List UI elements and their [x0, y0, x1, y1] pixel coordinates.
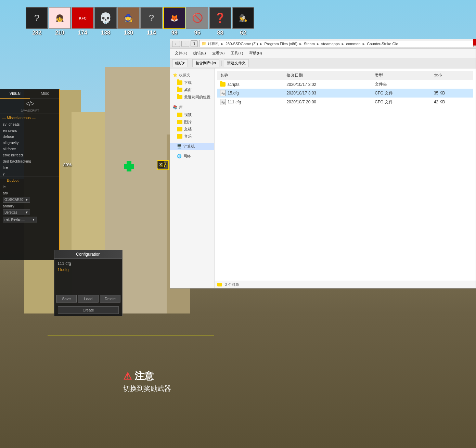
path-drive[interactable]: 230-SSDGame (Z:) — [226, 42, 258, 46]
folder-icon-scripts — [220, 82, 226, 87]
library-icon-music — [177, 134, 182, 139]
organize-button[interactable]: 组织▾ — [172, 59, 188, 67]
hud-player-2: 👧 210 — [49, 7, 71, 36]
config-item-15cfg[interactable]: 15.cfg — [56, 267, 120, 273]
ary-label: ary — [3, 191, 8, 195]
item-y[interactable]: y — [0, 170, 60, 177]
oll-gravity-label: oll gravity — [3, 141, 18, 145]
explorer-sidebar: ⭐ 收藏夹 下载 桌面 最近访问的位置 📚 — [170, 68, 215, 288]
menu-view[interactable]: 查看(V) — [209, 50, 228, 57]
file-name-cell: cfg 111.cfg — [217, 98, 284, 106]
item-sv-cheats[interactable]: sv_cheats — [0, 121, 60, 127]
item-defuse[interactable]: defuse — [0, 133, 60, 140]
path-program-files[interactable]: Program Files (x86) — [265, 42, 298, 46]
hud-player-9: ❓ 88 — [209, 7, 231, 36]
table-row[interactable]: cfg 15.cfg 2020/10/17 3:03 CFG 文件 35 KB — [217, 89, 473, 98]
path-computer[interactable]: 计算机 — [208, 41, 219, 46]
sidebar-item-computer[interactable]: 🖥️ 计算机 — [170, 143, 214, 150]
hud-avatar-6: ? — [140, 7, 163, 29]
111cfg-date: 2020/10/7 20:00 — [284, 98, 372, 106]
menu-edit[interactable]: 编辑(E) — [191, 50, 209, 57]
hud-score-8: 95 — [194, 30, 201, 36]
andary-label: andary — [3, 204, 14, 208]
library-icon-videos — [177, 113, 182, 117]
dropdown-g1-scar20-value: G1/SCAR20 — [4, 198, 23, 202]
item-en-cvars[interactable]: en cvars — [0, 127, 60, 133]
col-type[interactable]: 类型 — [372, 71, 431, 80]
15cfg-filename: 15.cfg — [228, 91, 239, 95]
dropdown-andary[interactable]: andary — [0, 203, 60, 209]
sidebar-item-downloads[interactable]: 下载 — [170, 79, 214, 86]
red-close-button[interactable] — [473, 39, 476, 46]
code-icon: </> — [0, 99, 60, 109]
path-steamapps[interactable]: steamapps — [321, 42, 340, 46]
15cfg-size: 35 KB — [431, 89, 473, 98]
toolbar-divider-2 — [221, 61, 222, 66]
sidebar-item-recent[interactable]: 最近访问的位置 — [170, 93, 214, 101]
favorites-star-icon: ⭐ — [173, 73, 178, 77]
menu-tools[interactable]: 工具(T) — [228, 50, 246, 57]
create-button[interactable]: Create — [58, 306, 119, 314]
table-row[interactable]: scripts 2020/10/17 3:02 文件夹 — [217, 80, 473, 89]
sidebar-item-videos[interactable]: 视频 — [170, 111, 214, 118]
library-icon-header: 📚 — [173, 105, 178, 110]
defuse-label: defuse — [3, 135, 14, 139]
file-name-row: cfg 15.cfg — [220, 90, 281, 96]
tab-misc[interactable]: Misc — [30, 89, 60, 99]
dropdown-berettas[interactable]: Berettas ▼ — [0, 209, 60, 216]
item-ded-backtracking[interactable]: ded backtracking — [0, 158, 60, 164]
dropdown-berettas-box[interactable]: Berettas ▼ — [3, 209, 30, 215]
col-size[interactable]: 大小 — [431, 71, 473, 80]
item-le[interactable]: le — [0, 184, 60, 190]
dropdown-kevlar-box[interactable]: net, Kevlar, ... ▼ — [3, 217, 37, 222]
hud-player-10: 🕵️ 62 — [232, 7, 254, 36]
hud-score-6: 114 — [147, 30, 156, 36]
item-fire[interactable]: fire — [0, 164, 60, 170]
load-button[interactable]: Load — [78, 295, 99, 303]
dropdown-kevlar[interactable]: net, Kevlar, ... ▼ — [0, 216, 60, 223]
en-cvars-label: en cvars — [3, 128, 17, 132]
delete-button[interactable]: Delete — [100, 295, 120, 303]
menu-file[interactable]: 文件(F) — [172, 50, 190, 57]
add-to-library-button[interactable]: 包含到库中▾ — [192, 59, 219, 67]
file-name-cell: scripts — [217, 80, 284, 89]
111cfg-filename: 111.cfg — [228, 100, 241, 104]
file-table-header-row: 名称 修改日期 类型 大小 — [217, 71, 473, 80]
sidebar-item-music[interactable]: 音乐 — [170, 133, 214, 140]
col-date[interactable]: 修改日期 — [284, 71, 372, 80]
nav-forward-button[interactable]: → — [181, 41, 189, 47]
item-ary[interactable]: ary — [0, 190, 60, 196]
nav-back-button[interactable]: ← — [172, 41, 180, 47]
item-oll-force[interactable]: oll force — [0, 146, 60, 152]
item-erve-killfeed[interactable]: erve killfeed — [0, 152, 60, 158]
explorer-toolbar: 组织▾ 包含到库中▾ 新建文件夹 — [170, 58, 476, 68]
path-steam[interactable]: Steam — [304, 42, 315, 46]
sidebar-item-desktop[interactable]: 桌面 — [170, 86, 214, 93]
dropdown-g1-scar20[interactable]: G1/SCAR20 ▼ — [0, 196, 60, 203]
path-common[interactable]: common — [346, 42, 360, 46]
path-csglo[interactable]: Counter-Strike Glo — [367, 42, 398, 46]
hud-avatar-2: 👧 — [49, 7, 71, 29]
new-folder-button[interactable]: 新建文件夹 — [224, 59, 249, 67]
cfg-icon-111: cfg — [220, 99, 226, 105]
save-button[interactable]: Save — [56, 295, 77, 303]
overlay-close-button[interactable]: × — [157, 161, 164, 168]
table-row[interactable]: cfg 111.cfg 2020/10/7 20:00 CFG 文件 42 KB — [217, 98, 473, 106]
warning-subtitle: 切换到奖励武器 — [123, 384, 171, 393]
warning-title-text: 注意 — [134, 370, 154, 383]
sidebar-item-pictures[interactable]: 图片 — [170, 118, 214, 126]
item-oll-gravity[interactable]: oll gravity — [0, 140, 60, 146]
hud-score-3: 174 — [78, 30, 87, 36]
sidebar-item-documents[interactable]: 文档 — [170, 126, 214, 133]
hud-avatar-5: 🧙 — [117, 7, 140, 29]
sidebar-item-network[interactable]: 🌐 网络 — [170, 153, 214, 160]
menu-help[interactable]: 帮助(H) — [246, 50, 265, 57]
config-item-111cfg[interactable]: 111.cfg — [56, 260, 120, 267]
config-panel: Configuration 111.cfg 15.cfg Save Load D… — [54, 250, 123, 316]
tab-visual[interactable]: Visual — [0, 89, 30, 99]
toolbar-divider-1 — [190, 61, 190, 66]
scripts-size — [431, 80, 473, 89]
nav-up-button[interactable]: ⇧ — [191, 40, 198, 47]
dropdown-g1-scar20-box[interactable]: G1/SCAR20 ▼ — [3, 197, 30, 203]
col-name[interactable]: 名称 — [217, 71, 284, 80]
